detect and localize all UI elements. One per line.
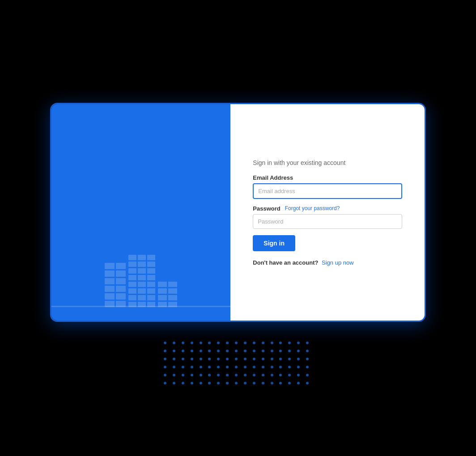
login-card: Sign in with your existing account Email… <box>50 103 426 322</box>
email-label: Email Address <box>253 174 402 181</box>
signup-row: Don't have an account? Sign up now <box>253 259 402 266</box>
form-subtitle: Sign in with your existing account <box>253 159 402 166</box>
building-right <box>158 282 177 307</box>
no-account-text: Don't have an account? <box>253 259 318 266</box>
base-line <box>51 306 230 307</box>
email-input[interactable] <box>253 183 402 199</box>
signup-link[interactable]: Sign up now <box>322 259 354 266</box>
password-label: Password <box>253 205 280 212</box>
password-input[interactable] <box>253 214 402 229</box>
building-left <box>105 263 126 307</box>
building-center <box>128 255 155 307</box>
scene: Sign in with your existing account Email… <box>46 103 430 353</box>
dots-decoration <box>162 340 314 389</box>
building-illustration <box>105 255 177 307</box>
password-label-row: Password Forgot your password? <box>253 205 402 212</box>
left-panel <box>51 104 230 321</box>
signin-button[interactable]: Sign in <box>253 235 295 251</box>
forgot-password-link[interactable]: Forgot your password? <box>285 205 340 211</box>
right-panel: Sign in with your existing account Email… <box>230 104 425 321</box>
